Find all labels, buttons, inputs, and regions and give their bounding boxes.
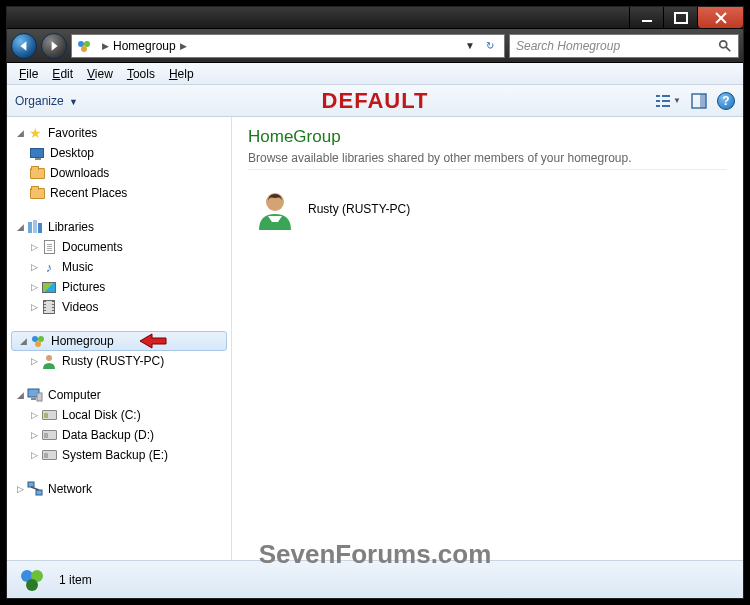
- collapse-icon[interactable]: ◢: [15, 222, 25, 232]
- videos-icon: [41, 299, 57, 315]
- sidebar-network[interactable]: ▷ Network: [7, 479, 231, 499]
- sidebar-item-documents[interactable]: ▷ Documents: [7, 237, 231, 257]
- svg-point-19: [46, 355, 52, 361]
- preview-pane-button[interactable]: [691, 93, 707, 109]
- menu-file[interactable]: File: [13, 65, 44, 83]
- sidebar-item-label: Documents: [62, 240, 123, 254]
- document-icon: [41, 239, 57, 255]
- back-button[interactable]: [11, 33, 37, 59]
- close-button[interactable]: [697, 7, 743, 28]
- expand-icon[interactable]: ▷: [29, 282, 39, 292]
- collapse-icon[interactable]: ◢: [18, 336, 28, 346]
- address-dropdown-button[interactable]: ▼: [460, 40, 480, 51]
- network-group: ▷ Network: [7, 479, 231, 499]
- favorites-group: ◢ ★ Favorites Desktop Downloads Recent P…: [7, 123, 231, 203]
- svg-rect-9: [656, 105, 660, 107]
- svg-rect-12: [700, 94, 706, 108]
- organize-button[interactable]: Organize ▼: [15, 94, 78, 108]
- address-bar[interactable]: ▶ Homegroup ▶ ▼ ↻: [71, 34, 505, 58]
- maximize-button[interactable]: [663, 7, 697, 28]
- sidebar-computer[interactable]: ◢ Computer: [7, 385, 231, 405]
- sidebar-item-rusty[interactable]: ▷ Rusty (RUSTY-PC): [7, 351, 231, 371]
- sidebar-item-label: Favorites: [48, 126, 97, 140]
- sidebar-item-music[interactable]: ▷ ♪ Music: [7, 257, 231, 277]
- breadcrumb-separator-icon: ▶: [102, 41, 109, 51]
- folder-icon: [29, 165, 45, 181]
- expand-icon[interactable]: ▷: [29, 302, 39, 312]
- svg-rect-7: [656, 100, 660, 102]
- svg-point-3: [720, 40, 727, 47]
- sidebar-favorites[interactable]: ◢ ★ Favorites: [7, 123, 231, 143]
- svg-point-2: [81, 46, 87, 52]
- collapse-icon[interactable]: ◢: [15, 390, 25, 400]
- menu-tools[interactable]: Tools: [121, 65, 161, 83]
- sidebar-item-label: Computer: [48, 388, 101, 402]
- sidebar-item-label: Desktop: [50, 146, 94, 160]
- menu-help[interactable]: Help: [163, 65, 200, 83]
- expand-icon[interactable]: ▷: [29, 430, 39, 440]
- refresh-button[interactable]: ↻: [480, 40, 500, 51]
- sidebar-item-drive-c[interactable]: ▷ Local Disk (C:): [7, 405, 231, 425]
- search-input[interactable]: Search Homegroup: [509, 34, 739, 58]
- svg-rect-21: [31, 398, 36, 400]
- computer-group: ◢ Computer ▷ Local Disk (C:) ▷ Data Back…: [7, 385, 231, 465]
- folder-icon: [29, 185, 45, 201]
- sidebar-item-label: Recent Places: [50, 186, 127, 200]
- expand-icon[interactable]: ▷: [15, 484, 25, 494]
- status-bar: 1 item SevenForums.com: [7, 560, 743, 598]
- svg-rect-24: [36, 490, 42, 495]
- collapse-icon[interactable]: ◢: [15, 128, 25, 138]
- divider: [248, 169, 727, 170]
- svg-line-4: [726, 46, 730, 50]
- svg-rect-8: [662, 100, 670, 102]
- expand-icon[interactable]: ▷: [29, 262, 39, 272]
- expand-icon[interactable]: ▷: [29, 410, 39, 420]
- person-icon: [254, 188, 296, 230]
- homegroup-member[interactable]: Rusty (RUSTY-PC): [248, 182, 727, 236]
- disk-icon: [41, 407, 57, 423]
- breadcrumb-separator-icon: ▶: [180, 41, 187, 51]
- expand-icon[interactable]: ▷: [29, 242, 39, 252]
- expand-icon[interactable]: ▷: [29, 450, 39, 460]
- disk-icon: [41, 447, 57, 463]
- svg-rect-6: [662, 95, 670, 97]
- minimize-button[interactable]: [629, 7, 663, 28]
- sidebar-item-pictures[interactable]: ▷ Pictures: [7, 277, 231, 297]
- breadcrumb[interactable]: Homegroup: [113, 39, 176, 53]
- sidebar-item-label: Homegroup: [51, 334, 114, 348]
- sidebar-item-label: Network: [48, 482, 92, 496]
- view-mode-button[interactable]: ▼: [655, 93, 681, 109]
- sidebar-item-label: Pictures: [62, 280, 105, 294]
- menu-bar: File Edit View Tools Help: [7, 63, 743, 85]
- sidebar-item-desktop[interactable]: Desktop: [7, 143, 231, 163]
- annotation-arrow-icon: [138, 332, 168, 350]
- svg-rect-22: [37, 393, 42, 401]
- page-title: HomeGroup: [248, 127, 727, 147]
- expand-icon[interactable]: ▷: [29, 356, 39, 366]
- sidebar-item-videos[interactable]: ▷ Videos: [7, 297, 231, 317]
- content-pane: HomeGroup Browse available libraries sha…: [232, 117, 743, 560]
- sidebar-item-drive-e[interactable]: ▷ System Backup (E:): [7, 445, 231, 465]
- menu-edit[interactable]: Edit: [46, 65, 79, 83]
- libraries-icon: [27, 219, 43, 235]
- homegroup-icon: [30, 333, 46, 349]
- menu-view[interactable]: View: [81, 65, 119, 83]
- sidebar-item-drive-d[interactable]: ▷ Data Backup (D:): [7, 425, 231, 445]
- sidebar-libraries[interactable]: ◢ Libraries: [7, 217, 231, 237]
- svg-point-29: [26, 579, 38, 591]
- navigation-bar: ▶ Homegroup ▶ ▼ ↻ Search Homegroup: [7, 29, 743, 63]
- sidebar-homegroup[interactable]: ◢ Homegroup: [11, 331, 227, 351]
- sidebar-item-recent[interactable]: Recent Places: [7, 183, 231, 203]
- chevron-down-icon: ▼: [673, 96, 681, 105]
- star-icon: ★: [27, 125, 43, 141]
- help-button[interactable]: ?: [717, 92, 735, 110]
- titlebar: [7, 7, 743, 29]
- sidebar-item-label: System Backup (E:): [62, 448, 168, 462]
- forward-button[interactable]: [41, 33, 67, 59]
- svg-rect-15: [38, 223, 42, 233]
- sidebar-item-downloads[interactable]: Downloads: [7, 163, 231, 183]
- chevron-down-icon: ▼: [69, 97, 78, 107]
- desktop-icon: [29, 145, 45, 161]
- libraries-group: ◢ Libraries ▷ Documents ▷ ♪ Music: [7, 217, 231, 317]
- pictures-icon: [41, 279, 57, 295]
